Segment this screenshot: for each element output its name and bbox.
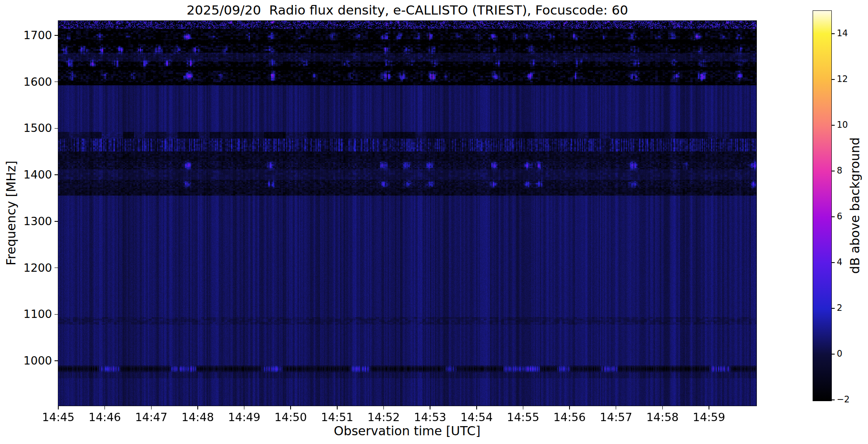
colorbar-tick-mark (832, 262, 835, 263)
x-tick-mark (337, 406, 338, 409)
x-tick-label: 14:57 (600, 411, 632, 424)
x-tick-mark (430, 406, 430, 409)
y-tick-label: 1100 (2, 308, 52, 320)
x-tick-mark (662, 406, 663, 409)
colorbar-tick-label: 0 (837, 349, 842, 359)
x-tick-label: 14:59 (693, 411, 725, 424)
y-tick-mark (55, 221, 58, 222)
y-axis-label: Frequency [MHz] (4, 161, 18, 265)
x-tick-label: 14:47 (135, 411, 167, 424)
colorbar-tick-mark (832, 216, 835, 217)
y-tick-label: 1500 (2, 122, 52, 134)
colorbar-tick-label: −2 (837, 394, 850, 404)
x-axis-label: Observation time [UTC] (334, 424, 480, 438)
colorbar-tick-label: 8 (837, 166, 842, 176)
spectrogram-heatmap (58, 21, 756, 406)
x-tick-label: 14:51 (321, 411, 353, 424)
colorbar (813, 10, 832, 401)
colorbar-gradient (813, 11, 831, 401)
x-tick-mark (523, 406, 524, 409)
x-tick-label: 14:48 (182, 411, 214, 424)
y-tick-mark (55, 268, 58, 268)
colorbar-tick-label: 4 (837, 257, 842, 267)
plot-title: 2025/09/20 Radio flux density, e-CALLIST… (58, 2, 756, 17)
x-tick-mark (104, 406, 105, 409)
x-tick-mark (383, 406, 384, 409)
y-tick-label: 1000 (2, 354, 52, 367)
x-tick-mark (476, 406, 477, 409)
x-tick-label: 14:56 (553, 411, 586, 424)
colorbar-tick-mark (832, 33, 835, 34)
x-tick-label: 14:53 (414, 411, 446, 424)
x-tick-mark (616, 406, 617, 409)
x-tick-mark (569, 406, 570, 409)
y-tick-label: 1600 (2, 75, 52, 88)
x-tick-mark (151, 406, 152, 409)
x-tick-label: 14:55 (507, 411, 540, 424)
colorbar-tick-mark (832, 399, 835, 400)
y-tick-mark (55, 82, 58, 82)
spectrogram-figure: 2025/09/20 Radio flux density, e-CALLIST… (0, 0, 868, 444)
colorbar-tick-label: 14 (837, 28, 848, 38)
colorbar-tick-label: 6 (837, 211, 842, 221)
y-tick-mark (55, 174, 58, 175)
colorbar-label: dB above background (848, 137, 862, 274)
x-tick-label: 14:46 (89, 411, 121, 424)
y-tick-mark (55, 35, 58, 36)
colorbar-tick-label: 12 (837, 74, 848, 84)
colorbar-tick-label: 2 (837, 303, 842, 313)
x-tick-mark (709, 406, 709, 409)
x-tick-mark (244, 406, 245, 409)
x-tick-label: 14:45 (42, 411, 75, 424)
x-tick-label: 14:50 (274, 411, 307, 424)
y-tick-mark (55, 128, 58, 129)
y-tick-label: 1700 (2, 29, 52, 42)
colorbar-tick-mark (832, 79, 835, 80)
x-tick-label: 14:54 (460, 411, 493, 424)
x-tick-label: 14:58 (646, 411, 679, 424)
colorbar-tick-mark (832, 308, 835, 309)
x-tick-mark (290, 406, 291, 409)
colorbar-tick-label: 10 (837, 120, 848, 130)
x-tick-mark (58, 406, 59, 409)
colorbar-tick-mark (832, 125, 835, 126)
y-tick-mark (55, 314, 58, 315)
x-tick-label: 14:49 (228, 411, 261, 424)
x-tick-label: 14:52 (368, 411, 400, 424)
x-tick-mark (197, 406, 198, 409)
y-tick-mark (55, 360, 58, 361)
colorbar-tick-mark (832, 354, 835, 355)
colorbar-tick-mark (832, 171, 835, 171)
